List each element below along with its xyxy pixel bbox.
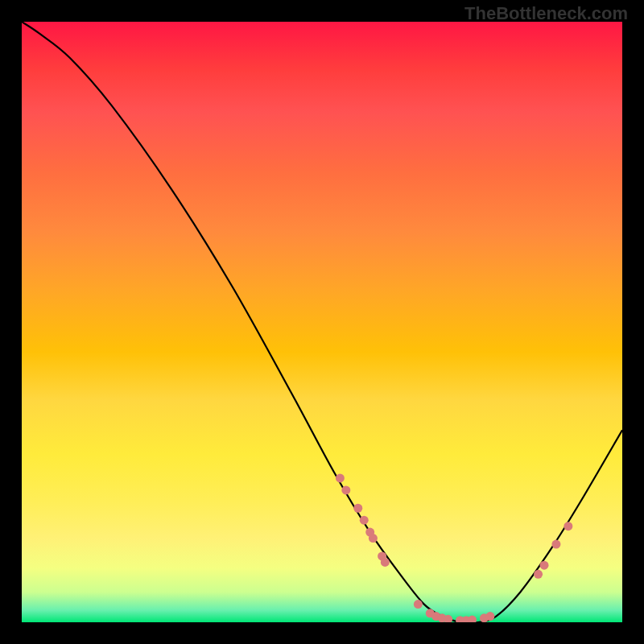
gradient-background [22, 22, 622, 622]
chart-container: TheBottleneck.com [0, 0, 644, 644]
plot-area [22, 22, 622, 622]
watermark-text: TheBottleneck.com [464, 3, 628, 24]
